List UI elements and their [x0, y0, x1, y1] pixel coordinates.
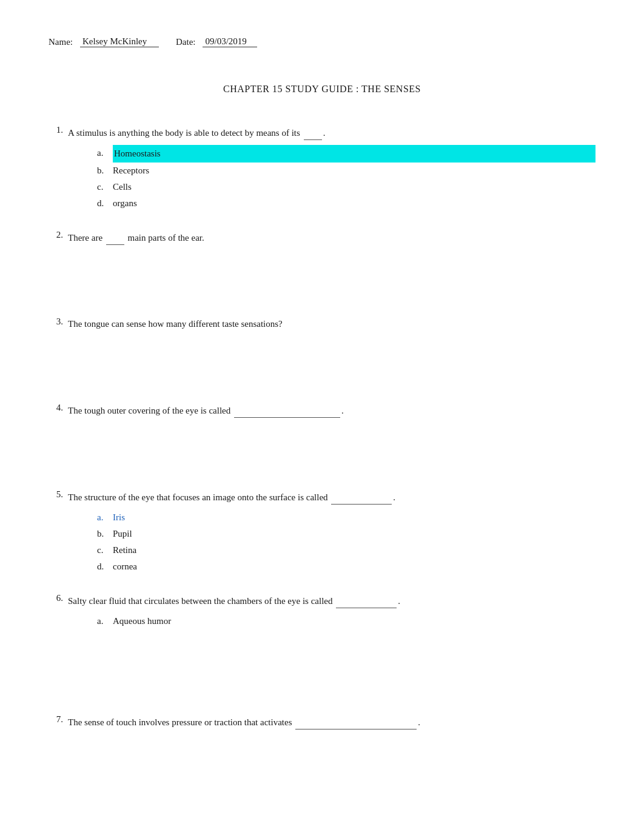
q6-spacer — [49, 648, 595, 714]
option-text: Cells — [113, 179, 595, 195]
q4-spacer — [49, 423, 595, 489]
list-item: d. cornea — [97, 558, 595, 575]
option-text: cornea — [113, 558, 595, 575]
question-7-row: 7. The sense of touch involves pressure … — [49, 714, 595, 729]
question-6: 6. Salty clear fluid that circulates bet… — [49, 593, 595, 714]
name-value: Kelsey McKinley — [80, 36, 159, 47]
option-letter: a. — [97, 509, 109, 526]
q4-blank — [234, 403, 340, 418]
question-3-row: 3. The tongue can sense how many differe… — [49, 317, 595, 331]
question-7: 7. The sense of touch involves pressure … — [49, 714, 595, 729]
question-5: 5. The structure of the eye that focuses… — [49, 489, 595, 575]
question-3: 3. The tongue can sense how many differe… — [49, 317, 595, 403]
q2-text: There are main parts of the ear. — [68, 230, 595, 245]
q5-number: 5. — [49, 489, 63, 500]
q5-options: a. Iris b. Pupil c. Retina d. cornea — [97, 509, 595, 575]
question-2: 2. There are main parts of the ear. — [49, 230, 595, 317]
q1-options: a. Homeostasis b. Receptors c. Cells d. … — [97, 145, 595, 212]
question-4: 4. The tough outer covering of the eye i… — [49, 403, 595, 489]
list-item: d. organs — [97, 195, 595, 212]
q6-text: Salty clear fluid that circulates betwee… — [68, 593, 595, 608]
question-6-row: 6. Salty clear fluid that circulates bet… — [49, 593, 595, 608]
option-letter: c. — [97, 542, 109, 558]
option-letter: b. — [97, 526, 109, 542]
q3-number: 3. — [49, 317, 63, 327]
date-value: 09/03/2019 — [203, 36, 257, 47]
option-text: Receptors — [113, 163, 595, 179]
q5-blank — [331, 489, 392, 505]
question-4-row: 4. The tough outer covering of the eye i… — [49, 403, 595, 418]
q7-text: The sense of touch involves pressure or … — [68, 714, 595, 729]
q2-spacer — [49, 250, 595, 317]
list-item: c. Cells — [97, 179, 595, 195]
list-item: a. Iris — [97, 509, 595, 526]
option-text: Homeostasis — [113, 145, 595, 163]
q1-number: 1. — [49, 125, 63, 135]
q1-text: A stimulus is anything the body is able … — [68, 125, 595, 140]
date-label: Date: — [176, 37, 195, 47]
option-letter: a. — [97, 145, 109, 161]
questions-container: 1. A stimulus is anything the body is ab… — [49, 125, 595, 729]
question-1: 1. A stimulus is anything the body is ab… — [49, 125, 595, 212]
q6-blank — [336, 593, 397, 608]
list-item: a. Aqueous humor — [97, 613, 595, 629]
q5-text: The structure of the eye that focuses an… — [68, 489, 595, 505]
q2-number: 2. — [49, 230, 63, 240]
list-item: b. Pupil — [97, 526, 595, 542]
question-5-row: 5. The structure of the eye that focuses… — [49, 489, 595, 505]
option-text: organs — [113, 195, 595, 212]
option-letter: d. — [97, 195, 109, 212]
option-text: Iris — [113, 509, 595, 526]
q3-text: The tongue can sense how many different … — [68, 317, 595, 331]
list-item: a. Homeostasis — [97, 145, 595, 163]
q7-number: 7. — [49, 714, 63, 725]
q6-number: 6. — [49, 593, 63, 603]
q6-options: a. Aqueous humor — [97, 613, 595, 629]
option-text: Aqueous humor — [113, 613, 595, 629]
question-1-row: 1. A stimulus is anything the body is ab… — [49, 125, 595, 140]
q3-spacer — [49, 336, 595, 403]
page-title: CHAPTER 15 STUDY GUIDE : THE SENSES — [49, 84, 595, 95]
list-item: b. Receptors — [97, 163, 595, 179]
option-text: Retina — [113, 542, 595, 558]
option-letter: a. — [97, 613, 109, 629]
option-text: Pupil — [113, 526, 595, 542]
option-letter: c. — [97, 179, 109, 195]
option-letter: d. — [97, 558, 109, 575]
q4-number: 4. — [49, 403, 63, 413]
list-item: c. Retina — [97, 542, 595, 558]
q7-blank — [295, 714, 417, 729]
q1-blank — [304, 125, 322, 140]
q2-blank — [106, 230, 124, 245]
header: Name: Kelsey McKinley Date: 09/03/2019 — [49, 36, 595, 47]
option-letter: b. — [97, 163, 109, 179]
q4-text: The tough outer covering of the eye is c… — [68, 403, 595, 418]
name-label: Name: — [49, 37, 73, 47]
question-2-row: 2. There are main parts of the ear. — [49, 230, 595, 245]
